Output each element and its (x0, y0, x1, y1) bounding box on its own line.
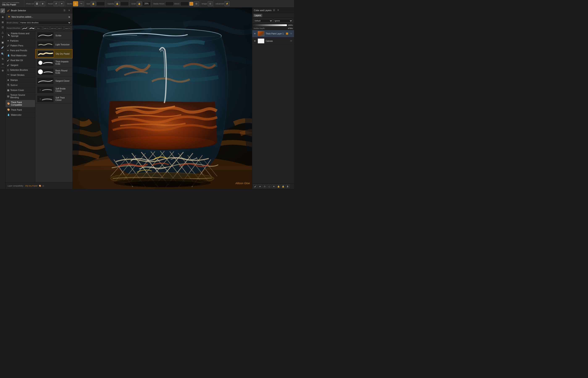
tool-shape[interactable]: △ (0, 30, 5, 35)
layer-delete-btn[interactable]: 🗑 (286, 184, 290, 188)
layer-btn-7[interactable]: 🔒 (281, 184, 285, 188)
reset-btn2[interactable]: ✦ (59, 1, 64, 6)
brush-library-select[interactable]: Painter 2021 Brushes (19, 21, 71, 25)
visible-depth-value: 479% (288, 27, 293, 29)
brush-scribe-name: Scribe (55, 34, 61, 37)
advanced-btn[interactable]: ⚡ (225, 1, 229, 6)
new-brushes-row[interactable]: ✦ New brushes added... ▶ (5, 14, 72, 20)
cat-thick-paint-compat[interactable]: 🎨 Thick Paint Compatible (5, 100, 35, 107)
tool-move[interactable]: ✥ (0, 15, 5, 20)
media-color-btn[interactable] (189, 2, 193, 6)
layer-btn-1[interactable]: 🖌 (254, 184, 257, 188)
recent-brush-1[interactable] (22, 26, 28, 30)
cat-real-wet-oil[interactable]: 🖌 Real Wet Oil (5, 58, 35, 63)
recent-brush-4[interactable]: Soft Cl… (43, 26, 49, 30)
tool-text[interactable]: T (0, 35, 5, 40)
brush-panel-menu-btn[interactable]: ☰ (63, 9, 66, 12)
cat-texture-cover[interactable]: ▦ Texture Cover (5, 88, 35, 93)
layer-item-canvas[interactable]: 👁 Canvas 👁 (252, 37, 294, 45)
opacity-lock-btn[interactable]: 🔒 (115, 1, 120, 6)
cat-smart-strokes[interactable]: 〜 Smart Strokes (5, 72, 35, 78)
grain-section: Grain 🔒 (131, 0, 152, 7)
cat-palette-knives[interactable]: 🔪 Palette Knives and Sponge (5, 31, 35, 39)
cat-thick-paint[interactable]: 🎨 Thick Paint (5, 107, 35, 112)
layer-btn-5[interactable]: ⊕ (272, 184, 276, 188)
stroke-btn2[interactable]: 〜 (79, 1, 84, 6)
tool-layer-adj[interactable]: ⊕ (0, 68, 5, 73)
cat-watercolor[interactable]: 💧 Watercolor (5, 112, 35, 117)
layer-btn-4[interactable]: ◻ (267, 184, 271, 188)
brush-item-sargent-cloner[interactable]: Sargent Cloner (35, 76, 72, 85)
layer-thumb-thick-paint (258, 31, 264, 36)
shape-btn[interactable]: ⊙ (208, 1, 213, 6)
cat-pattern-pens[interactable]: 🖊 Pattern Pens (5, 43, 35, 48)
tool-transform[interactable]: ⊞ (0, 20, 5, 25)
tool-crop[interactable]: ⊡ (0, 25, 5, 30)
recent-brush-6[interactable]: Soft T… (57, 26, 64, 30)
tool-zoom[interactable]: 🔍 (0, 52, 5, 56)
blend-mode-select-2[interactable]: Ignore (274, 19, 293, 23)
layers-section: Layers Default Ignore 100% Visible Depth… (252, 13, 294, 189)
layer-btn-2[interactable]: ⊕ (258, 184, 262, 188)
tool-fill[interactable]: ▣ (0, 40, 5, 45)
media-btn2[interactable]: ⊡ (194, 1, 199, 6)
cat-sargent[interactable]: 🖌 Sargent (5, 63, 35, 68)
cat-texture-source[interactable]: ▤ Texture Source Blending (5, 93, 35, 100)
bleed-label: Bleed: (174, 3, 180, 5)
grain-input[interactable] (142, 2, 151, 6)
brush-panel-close-btn[interactable]: ✕ (67, 9, 71, 12)
tool-rotate[interactable]: ↻ (0, 57, 5, 61)
tool-eyedrop[interactable]: 💉 (0, 45, 5, 50)
size-label: Size (87, 3, 90, 5)
media-reset-val[interactable]: 30% (165, 2, 174, 6)
blend-mode-select[interactable]: Default (254, 19, 273, 23)
size-input[interactable]: 50.0 (96, 2, 105, 6)
cat-thick-paint-label: Thick Paint (11, 108, 22, 111)
recent-brush-5[interactable]: Soft Txt (50, 26, 56, 30)
layer-visibility-btn[interactable]: 👁 (289, 32, 293, 35)
recent-brush-2[interactable] (29, 26, 35, 30)
photo-art-btn2[interactable]: ⊕ (40, 1, 45, 6)
opacity-input[interactable]: 100% (120, 2, 129, 6)
brush-item-scribe[interactable]: Scribe (35, 31, 72, 40)
layer-btn-3[interactable]: ⊡ (263, 184, 267, 188)
reset-btn1[interactable]: ↺ (53, 1, 59, 6)
cat-real-watercolor[interactable]: 💧 Real Watercolor (5, 53, 35, 58)
layers-tab[interactable]: Layers (254, 14, 262, 17)
stroke-btn1[interactable]: ⊡ (73, 1, 78, 6)
right-panel-close-btn[interactable]: ✕ (277, 9, 280, 12)
layer-btn-6[interactable]: 🔒 (277, 184, 280, 188)
brush-item-basic-round-knife[interactable]: Basic Round Knife (35, 68, 72, 76)
layer-bottom-toolbar: 🖌 ⊕ ⊡ ◻ ⊕ 🔒 🔒 🗑 (252, 183, 294, 189)
brush-item-oily-dry-pastel[interactable]: Oily Dry Pastel (35, 49, 72, 58)
tool-mirror[interactable]: ⇔ (0, 62, 5, 66)
right-panel-menu-btn[interactable]: ☰ (272, 9, 276, 12)
cat-particles-label: Particles (10, 40, 18, 42)
layer-eye-canvas[interactable]: 👁 (254, 40, 256, 42)
media-bleed-val[interactable]: 10% (180, 2, 189, 6)
cat-selection-brushes[interactable]: ◻ Selection Brushes (5, 68, 35, 72)
cat-particles[interactable]: ✦ Particles (5, 39, 35, 43)
recent-brush-3[interactable]: Tex… (36, 26, 42, 30)
recent-brush-7[interactable]: Hard Ti… (65, 26, 71, 30)
cat-pens-pencils[interactable]: ✏ Pens and Pencils (5, 48, 35, 53)
opacity-slider[interactable] (254, 24, 287, 26)
brush-item-soft-bristle-cloner[interactable]: ⚙ Soft Bristle Cloner (35, 85, 72, 94)
canvas-visibility-btn[interactable]: 👁 (289, 39, 293, 43)
layer-eye-thick-paint[interactable]: 👁 (254, 32, 256, 35)
size-lock-btn[interactable]: 🔒 (91, 1, 96, 6)
tool-brush[interactable]: 🖌 (0, 8, 5, 13)
photo-art-label: Photo Art (26, 3, 34, 5)
brush-item-thick-impasto-knife[interactable]: Thick Impasto Knife (35, 58, 72, 68)
layer-item-thick-paint[interactable]: 👁 Thick Paint Layer 1 👁 (252, 30, 294, 37)
visible-depth-row: Visible Depth: 479% (252, 27, 294, 30)
layer-color-indicator (286, 33, 288, 35)
brush-item-light-texturizer[interactable]: Light Texturizer (35, 40, 72, 49)
cat-sumi-e[interactable]: 毛 Sumi-e (5, 82, 35, 88)
brush-item-soft-thick-cloner[interactable]: ⚙ Soft Thick Cloner (35, 94, 72, 104)
grain-lock-btn[interactable]: 🔒 (137, 1, 142, 6)
cat-stamps[interactable]: ★ Stamps (5, 78, 35, 82)
recent-brush-8[interactable]: Sargen… (72, 26, 72, 30)
visible-depth-label: Visible Depth: (254, 27, 287, 29)
photo-art-btn1[interactable]: 🖼 (34, 1, 40, 6)
